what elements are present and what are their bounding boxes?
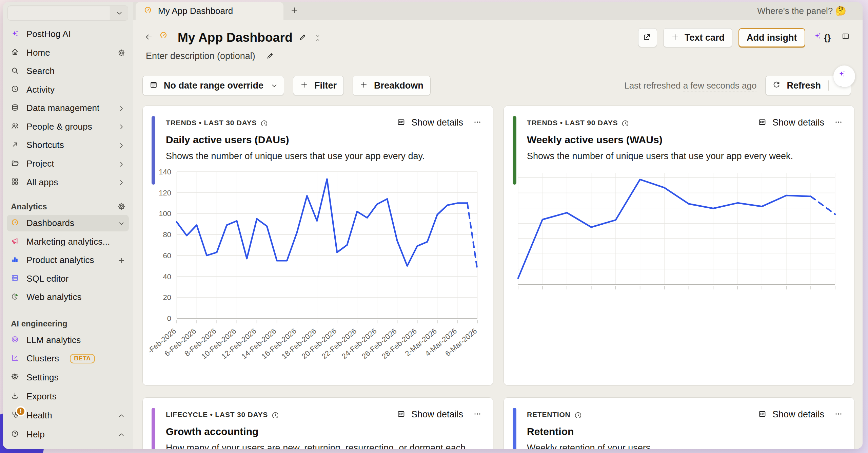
details-icon bbox=[397, 118, 407, 128]
gear-icon[interactable] bbox=[117, 202, 125, 211]
plus-icon bbox=[290, 6, 300, 16]
chevron-right-icon bbox=[117, 178, 125, 186]
sparkles-icon bbox=[11, 30, 20, 39]
sidebar-item-health[interactable]: ! Health bbox=[7, 407, 129, 424]
more-menu-button[interactable] bbox=[473, 118, 483, 128]
more-menu-button[interactable] bbox=[473, 410, 483, 419]
chevron-up-icon[interactable] bbox=[117, 412, 125, 419]
chevron-right-icon bbox=[117, 123, 125, 130]
main-area: My App Dashboard Where's the panel? 🤔 My… bbox=[133, 2, 863, 449]
details-icon bbox=[397, 410, 407, 419]
insight-title: Retention bbox=[527, 426, 844, 437]
dashboard-content: My App Dashboard Text card Add insight bbox=[133, 20, 863, 449]
sidebar: PostHog AI Home Search Activity Data man… bbox=[3, 2, 133, 449]
chevron-up-icon[interactable] bbox=[117, 431, 125, 438]
sidebar-item-data-management[interactable]: Data management bbox=[7, 100, 129, 117]
sidebar-item-dashboards[interactable]: Dashboards bbox=[7, 215, 129, 231]
chevron-down-icon[interactable] bbox=[117, 220, 125, 227]
ai-assistant-button[interactable] bbox=[833, 65, 855, 87]
search-icon bbox=[11, 67, 20, 76]
back-button[interactable] bbox=[142, 30, 157, 45]
sparkles-icon bbox=[813, 32, 825, 43]
question-circle-icon bbox=[11, 430, 20, 439]
sidebar-item-home[interactable]: Home bbox=[7, 44, 129, 61]
show-details-button[interactable]: Show details bbox=[397, 117, 463, 128]
pie-chart-icon bbox=[11, 292, 20, 302]
sidebar-item-exports[interactable]: Exports bbox=[7, 388, 129, 405]
edit-description-button[interactable] bbox=[266, 52, 276, 61]
insight-meta: TRENDS • LAST 30 DAYS bbox=[166, 119, 257, 127]
dashboard-header: My App Dashboard Text card Add insight bbox=[142, 28, 863, 48]
scatter-plot-icon bbox=[11, 354, 20, 363]
show-details-button[interactable]: Show details bbox=[758, 409, 824, 420]
columns-icon bbox=[842, 32, 852, 43]
insight-title: Weekly active users (WAUs) bbox=[527, 134, 844, 146]
add-text-card-button[interactable]: Text card bbox=[663, 28, 732, 47]
sidebar-item-product-analytics[interactable]: Product analytics bbox=[7, 252, 129, 268]
tab-bar: My App Dashboard Where's the panel? 🤔 bbox=[133, 2, 863, 20]
accent-bar bbox=[152, 116, 155, 185]
project-selector[interactable] bbox=[7, 5, 128, 21]
sidebar-item-all-apps[interactable]: All apps bbox=[7, 174, 129, 191]
sidebar-item-clusters[interactable]: Clusters BETA bbox=[7, 350, 129, 367]
plus-icon bbox=[360, 81, 369, 90]
accent-bar bbox=[152, 408, 155, 449]
target-circles-icon bbox=[11, 335, 20, 345]
line-chart-dau[interactable]: 0204060801001201404-Feb-20266-Feb-20268-… bbox=[150, 169, 483, 374]
sidebar-item-activity[interactable]: Activity bbox=[7, 81, 129, 98]
sidebar-item-marketing-analytics[interactable]: Marketing analytics... bbox=[7, 233, 129, 250]
sparkles-icon bbox=[838, 70, 851, 83]
side-panel-toggle[interactable] bbox=[842, 32, 852, 43]
collapse-icon[interactable] bbox=[314, 34, 321, 41]
edit-title-button[interactable] bbox=[299, 33, 308, 42]
gauge-icon bbox=[159, 31, 172, 44]
sidebar-item-sql-editor[interactable]: SQL editor bbox=[7, 270, 129, 287]
insight-card-growth-accounting: LIFECYCLE • LAST 30 DAYS Show details Gr… bbox=[142, 397, 493, 449]
dashboard-grid: TRENDS • LAST 30 DAYS Show details Daily… bbox=[142, 106, 863, 449]
refresh-icon bbox=[772, 81, 782, 90]
date-range-dropdown[interactable]: No date range override bbox=[142, 76, 284, 95]
sidebar-item-settings[interactable]: Settings bbox=[7, 369, 129, 386]
add-filter-button[interactable]: Filter bbox=[293, 76, 344, 95]
sidebar-item-llm-analytics[interactable]: LLM analytics bbox=[7, 332, 129, 348]
tab-my-app-dashboard[interactable]: My App Dashboard bbox=[136, 2, 283, 20]
folder-icon bbox=[11, 159, 20, 169]
show-details-button[interactable]: Show details bbox=[758, 117, 824, 128]
svg-text:80: 80 bbox=[163, 230, 171, 239]
home-icon bbox=[11, 48, 20, 57]
insight-description: Weekly retention of your users. bbox=[527, 443, 844, 449]
more-menu-button[interactable] bbox=[834, 410, 844, 419]
line-chart-wau[interactable] bbox=[511, 169, 844, 313]
more-menu-button[interactable] bbox=[834, 118, 844, 128]
clock-icon bbox=[621, 119, 628, 126]
project-selector-value[interactable] bbox=[7, 5, 110, 21]
ai-template-button[interactable]: {} bbox=[813, 32, 831, 43]
svg-text:40: 40 bbox=[163, 272, 171, 281]
plus-icon bbox=[671, 33, 680, 42]
sidebar-item-web-analytics[interactable]: Web analytics bbox=[7, 289, 129, 305]
sidebar-item-people-groups[interactable]: People & groups bbox=[7, 118, 129, 135]
gear-icon bbox=[11, 373, 20, 382]
insight-description: How many of your users are new, returnin… bbox=[166, 443, 483, 449]
sidebar-item-help[interactable]: Help bbox=[7, 426, 129, 443]
sidebar-footer: Settings Exports ! Health Help bbox=[7, 369, 129, 445]
sidebar-item-project[interactable]: Project bbox=[7, 155, 129, 172]
people-icon bbox=[11, 122, 20, 131]
new-tab-button[interactable] bbox=[287, 3, 303, 19]
sidebar-section-analytics: Analytics bbox=[11, 202, 125, 211]
insight-description: Shows the number of unique users that us… bbox=[527, 151, 844, 162]
plus-icon[interactable] bbox=[117, 257, 125, 264]
add-insight-button[interactable]: Add insight bbox=[738, 28, 805, 47]
gear-icon[interactable] bbox=[117, 49, 125, 56]
add-breakdown-button[interactable]: Breakdown bbox=[353, 76, 431, 95]
chevron-down-icon[interactable] bbox=[110, 5, 128, 21]
sidebar-item-shortcuts[interactable]: Shortcuts bbox=[7, 137, 129, 154]
show-details-button[interactable]: Show details bbox=[397, 409, 463, 420]
share-button[interactable] bbox=[638, 28, 657, 47]
insight-meta: TRENDS • LAST 90 DAYS bbox=[527, 119, 618, 127]
sidebar-item-posthog-ai[interactable]: PostHog AI bbox=[7, 26, 129, 43]
sidebar-item-search[interactable]: Search bbox=[7, 63, 129, 80]
gauge-icon bbox=[11, 219, 20, 228]
insight-card-dau: TRENDS • LAST 30 DAYS Show details Daily… bbox=[142, 106, 493, 385]
divider bbox=[828, 80, 829, 91]
